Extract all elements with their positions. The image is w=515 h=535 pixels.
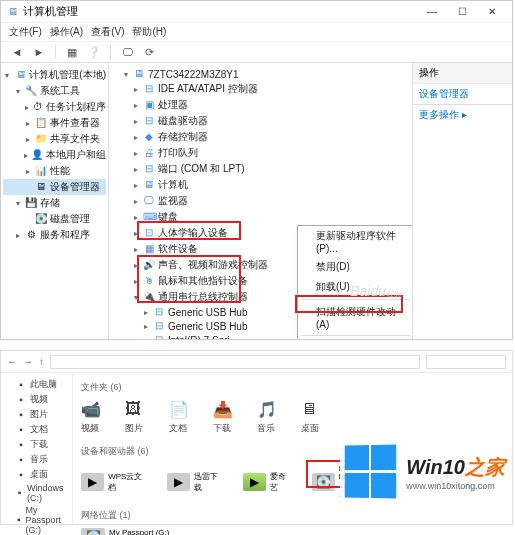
network-location[interactable]: 💽My Passport (G:)DCXX 110, 112, 1,57	[81, 528, 185, 535]
folder-item[interactable]: 🖼图片	[125, 400, 145, 435]
sidebar-item[interactable]: ▪图片	[5, 407, 68, 422]
tree-item[interactable]: ▸⚙服务和程序	[3, 227, 106, 243]
device-item[interactable]: ▸🖵监视器	[111, 193, 410, 209]
menu-disable[interactable]: 禁用(D)	[298, 257, 412, 277]
search-box[interactable]	[426, 355, 506, 369]
menu-action[interactable]: 操作(A)	[50, 25, 83, 39]
forward-icon[interactable]: →	[23, 356, 33, 367]
up-icon[interactable]: ↑	[39, 356, 44, 367]
action-pane-more[interactable]: 更多操作 ▸	[413, 105, 512, 125]
sidebar-item[interactable]: ▪桌面	[5, 467, 68, 482]
device-item[interactable]: ▸◆存储控制器	[111, 129, 410, 145]
folder-item[interactable]: 📹视频	[81, 400, 101, 435]
titlebar: 🖥 计算机管理 — ☐ ✕	[1, 1, 512, 23]
tree-item[interactable]: ▸📁共享文件夹	[3, 131, 106, 147]
menu-update-driver[interactable]: 更新驱动程序软件(P)...	[298, 226, 412, 257]
action-pane-sub[interactable]: 设备管理器	[413, 84, 512, 105]
explorer-sidebar[interactable]: ▪此电脑▪视频▪图片▪文档▪下载▪音乐▪桌面▪Windows (C:)▪My P…	[1, 373, 73, 524]
sidebar-item[interactable]: ▪此电脑	[5, 377, 68, 392]
device-item[interactable]: ▸⊟磁盘驱动器	[111, 113, 410, 129]
win10-logo-overlay: Win10之家 www.win10xitong.com	[340, 441, 509, 503]
device-item[interactable]: ▸⊟IDE ATA/ATAPI 控制器	[111, 81, 410, 97]
menu-scan-hardware[interactable]: 扫描检测硬件改动(A)	[298, 302, 412, 333]
folder-item[interactable]: 🎵音乐	[257, 400, 277, 435]
back-icon[interactable]: ←	[7, 356, 17, 367]
sidebar-item[interactable]: ▪My Passport (G:)	[5, 504, 68, 535]
device-item[interactable]: ▸⊟端口 (COM 和 LPT)	[111, 161, 410, 177]
tree-item[interactable]: ▸📊性能	[3, 163, 106, 179]
device-tree[interactable]: ▾🖥7ZTC34222M3Z8Y1 ▸⊟IDE ATA/ATAPI 控制器▸▣处…	[109, 63, 412, 339]
tb-help-icon[interactable]: ❔	[86, 44, 102, 60]
windows-logo-icon	[345, 444, 398, 499]
sidebar-item[interactable]: ▪视频	[5, 392, 68, 407]
device-item[interactable]: ▸▣处理器	[111, 97, 410, 113]
tree-item[interactable]: ▸⏱任务计划程序	[3, 99, 106, 115]
device-manager-window: 🖥 计算机管理 — ☐ ✕ 文件(F) 操作(A) 查看(V) 帮助(H) ◄ …	[0, 0, 513, 340]
drive-item[interactable]: ▶迅雷下载	[167, 471, 225, 493]
chevron-right-icon: ▸	[462, 109, 467, 120]
device-item[interactable]: ▸🖨打印队列	[111, 145, 410, 161]
close-button[interactable]: ✕	[478, 3, 506, 21]
menu-uninstall[interactable]: 卸载(U)	[298, 277, 412, 297]
sidebar-item[interactable]: ▪音乐	[5, 452, 68, 467]
body: ▾🖥计算机管理(本地) ▾🔧系统工具▸⏱任务计划程序▸📋事件查看器▸📁共享文件夹…	[1, 63, 512, 339]
maximize-button[interactable]: ☐	[448, 3, 476, 21]
toolbar: ◄ ► ▦ ❔ 🖵 ⟳	[1, 41, 512, 63]
drive-item[interactable]: ▶爱奇艺	[243, 471, 293, 493]
action-pane-title: 操作	[413, 63, 512, 84]
context-menu: 更新驱动程序软件(P)... 禁用(D) 卸载(U) 扫描检测硬件改动(A) 属…	[297, 225, 412, 339]
network-section-label: 网络位置 (1)	[81, 509, 504, 522]
address-bar[interactable]	[50, 355, 420, 369]
menu-view[interactable]: 查看(V)	[91, 25, 124, 39]
device-item[interactable]: ▸⌨键盘	[111, 209, 410, 225]
tree-item[interactable]: ▸👤本地用户和组	[3, 147, 106, 163]
folder-item[interactable]: 🖥桌面	[301, 400, 321, 435]
folder-section-label: 文件夹 (6)	[81, 381, 504, 394]
tb-monitor-icon[interactable]: 🖵	[119, 44, 135, 60]
tree-item[interactable]: 💽磁盘管理	[3, 211, 106, 227]
back-button[interactable]: ◄	[9, 44, 25, 60]
window-controls: — ☐ ✕	[418, 3, 506, 21]
app-icon: 🖥	[7, 6, 19, 18]
tree-item[interactable]: ▸📋事件查看器	[3, 115, 106, 131]
action-pane: 操作 设备管理器 更多操作 ▸	[412, 63, 512, 339]
minimize-button[interactable]: —	[418, 3, 446, 21]
device-item[interactable]: ▸🖥计算机	[111, 177, 410, 193]
menubar: 文件(F) 操作(A) 查看(V) 帮助(H)	[1, 23, 512, 41]
menu-help[interactable]: 帮助(H)	[132, 25, 166, 39]
sidebar-item[interactable]: ▪文档	[5, 422, 68, 437]
sidebar-item[interactable]: ▪Windows (C:)	[5, 482, 68, 504]
folder-item[interactable]: 📄文档	[169, 400, 189, 435]
drive-item[interactable]: ▶WPS云文档	[81, 471, 149, 493]
tb-scan-icon[interactable]: ⟳	[141, 44, 157, 60]
menu-file[interactable]: 文件(F)	[9, 25, 42, 39]
tree-item[interactable]: 🖥设备管理器	[3, 179, 106, 195]
menu-properties[interactable]: 属性(R)	[298, 338, 412, 339]
tb-view-icon[interactable]: ▦	[64, 44, 80, 60]
sidebar-item[interactable]: ▪下载	[5, 437, 68, 452]
left-tree[interactable]: ▾🖥计算机管理(本地) ▾🔧系统工具▸⏱任务计划程序▸📋事件查看器▸📁共享文件夹…	[1, 63, 109, 339]
tree-item[interactable]: ▾🔧系统工具	[3, 83, 106, 99]
tree-item[interactable]: ▾💾存储	[3, 195, 106, 211]
explorer-toolbar: ← → ↑	[1, 351, 512, 373]
window-title: 计算机管理	[23, 4, 78, 19]
folder-item[interactable]: 📥下载	[213, 400, 233, 435]
forward-button[interactable]: ►	[31, 44, 47, 60]
